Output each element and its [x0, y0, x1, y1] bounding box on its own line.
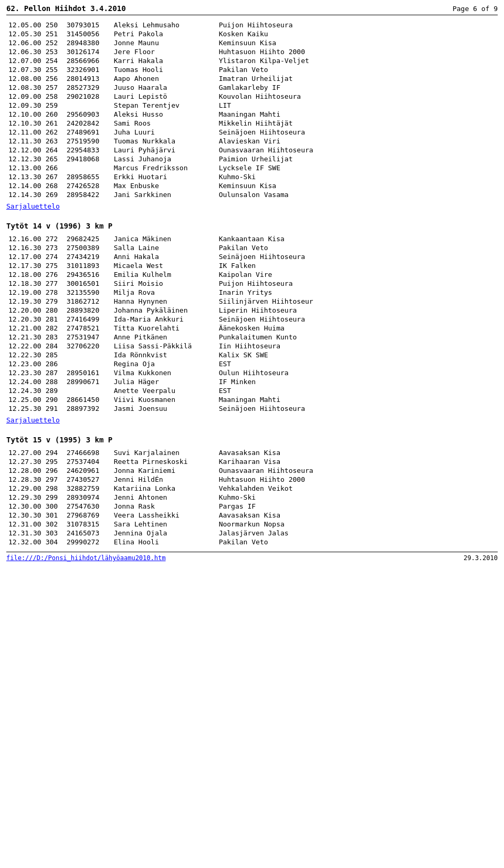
col-time: 12.20.30 [6, 315, 44, 324]
col-name: Reetta Pirneskoski [112, 457, 217, 466]
col-id: 28897392 [65, 404, 112, 413]
col-name: Jennina Ojala [112, 529, 217, 538]
table-row: 12.17.30 275 31011893 Micaela West IK Fa… [6, 261, 498, 270]
col-club: IF Minken [217, 377, 498, 386]
col-time: 12.31.30 [6, 529, 44, 538]
col-id: 28990671 [65, 377, 112, 386]
col-time: 12.11.00 [6, 128, 44, 137]
col-bib: 289 [44, 386, 65, 395]
col-id: 31450056 [65, 29, 112, 38]
table-row: 12.23.30 287 28950161 Vilma Kukkonen Oul… [6, 368, 498, 377]
col-club: Pargas IF [217, 502, 498, 511]
col-id: 27426528 [65, 181, 112, 190]
col-club: Ounasvaaran Hiihtoseura [217, 146, 498, 154]
table-row: 12.24.30 289 Anette Veerpalu EST [6, 386, 498, 395]
col-id: 29436516 [65, 270, 112, 279]
sarjaluettelo-link-2[interactable]: Sarjaluettelo [6, 416, 60, 424]
col-id: 32326901 [65, 65, 112, 74]
col-club: Pakilan Veto [217, 243, 498, 252]
col-id: 28014913 [65, 74, 112, 83]
col-bib: 301 [44, 511, 65, 520]
col-time: 12.22.30 [6, 350, 44, 359]
col-id: 31011893 [65, 261, 112, 270]
col-bib: 272 [44, 234, 65, 243]
table-row: 12.12.00 264 22954833 Lauri Pyhäjärvi Ou… [6, 146, 498, 154]
col-club: Ounasvaaran Hiihtoseura [217, 466, 498, 475]
col-name: Titta Kuorelahti [112, 324, 217, 333]
table-row: 12.14.00 268 27426528 Max Enbuske Kemins… [6, 181, 498, 190]
footer-path[interactable]: file:///D:/Ponsi_hiihdot/lähyöaamu2010.h… [6, 554, 165, 562]
col-name: Jenni Ahtonen [112, 493, 217, 502]
col-name: Sami Roos [112, 119, 217, 128]
table-row: 12.06.30 253 30126174 Jere Floor Huhtasu… [6, 47, 498, 56]
col-time: 12.12.00 [6, 146, 44, 154]
col-name: Liisa Sassi-Päkkilä [112, 342, 217, 350]
col-club: Huhtasuon Hiihto 2000 [217, 47, 498, 56]
col-name: Lauri Lepistö [112, 92, 217, 101]
col-name: Juuso Haarala [112, 83, 217, 92]
col-id: 27500389 [65, 243, 112, 252]
col-time: 12.28.00 [6, 466, 44, 475]
table-row: 12.11.00 262 27489691 Juha Luuri Seinäjo… [6, 128, 498, 137]
sarjaluettelo-link-1[interactable]: Sarjaluettelo [6, 202, 60, 210]
col-bib: 266 [44, 163, 65, 172]
col-name: Lassi Juhanoja [112, 154, 217, 163]
page-info: Page 6 of 9 [453, 5, 498, 13]
col-bib: 291 [44, 404, 65, 413]
col-bib: 302 [44, 520, 65, 529]
col-name: Erkki Huotari [112, 172, 217, 181]
col-club: Keminsuun Kisa [217, 181, 498, 190]
col-bib: 285 [44, 350, 65, 359]
col-club: Maaningan Mahti [217, 110, 498, 119]
col-id: 24202842 [65, 119, 112, 128]
col-club: Pakilan Veto [217, 538, 498, 546]
col-club: Vehkalahden Veikot [217, 484, 498, 493]
col-id: 24620961 [65, 466, 112, 475]
col-club: Puijon Hiihtoseura [217, 279, 498, 288]
col-bib: 259 [44, 101, 65, 110]
col-name: Jani Sarkkinen [112, 190, 217, 199]
col-time: 12.29.30 [6, 493, 44, 502]
table-row: 12.18.00 276 29436516 Emilia Kulhelm Kai… [6, 270, 498, 279]
col-name: Veera Lassheikki [112, 511, 217, 520]
col-id: 29021028 [65, 92, 112, 101]
table-row: 12.20.30 281 27416499 Ida-Maria Ankkuri … [6, 315, 498, 324]
col-name: Marcus Fredriksson [112, 163, 217, 172]
col-id: 27968769 [65, 511, 112, 520]
col-bib: 257 [44, 83, 65, 92]
col-time: 12.16.00 [6, 234, 44, 243]
col-id: 28948380 [65, 38, 112, 47]
col-time: 12.08.00 [6, 74, 44, 83]
col-club: Siilinjärven Hiihtoseur [217, 297, 498, 306]
col-bib: 275 [44, 261, 65, 270]
table-row: 12.29.30 299 28930974 Jenni Ahtonen Kuhm… [6, 493, 498, 502]
col-club: Äänekosken Huima [217, 324, 498, 333]
col-club: Kuhmo-Ski [217, 493, 498, 502]
col-time: 12.19.30 [6, 297, 44, 306]
footer: file:///D:/Ponsi_hiihdot/lähyöaamu2010.h… [6, 552, 498, 562]
table-row: 12.09.00 258 29021028 Lauri Lepistö Kouv… [6, 92, 498, 101]
col-bib: 255 [44, 65, 65, 74]
col-club: Kalix SK SWE [217, 350, 498, 359]
col-bib: 286 [44, 359, 65, 368]
table-row: 12.30.30 301 27968769 Veera Lassheikki A… [6, 511, 498, 520]
col-name: Max Enbuske [112, 181, 217, 190]
col-time: 12.18.30 [6, 279, 44, 288]
col-id: 27537404 [65, 457, 112, 466]
table-row: 12.08.00 256 28014913 Aapo Ahonen Imatra… [6, 74, 498, 83]
col-club: Liperin Hiihtoseura [217, 306, 498, 315]
col-id [65, 101, 112, 110]
col-name: Salla Laine [112, 243, 217, 252]
col-time: 12.27.30 [6, 457, 44, 466]
col-id: 28566966 [65, 56, 112, 65]
col-name: Vilma Kukkonen [112, 368, 217, 377]
table-row: 12.32.00 304 29990272 Elina Hooli Pakila… [6, 538, 498, 546]
col-name: Jenni HildÉn [112, 475, 217, 484]
col-id: 28958655 [65, 172, 112, 181]
col-club: Noormarkun Nopsa [217, 520, 498, 529]
col-id: 28527329 [65, 83, 112, 92]
col-name: Milja Rova [112, 288, 217, 297]
col-id: 32882759 [65, 484, 112, 493]
col-time: 12.30.00 [6, 502, 44, 511]
col-time: 12.32.00 [6, 538, 44, 546]
